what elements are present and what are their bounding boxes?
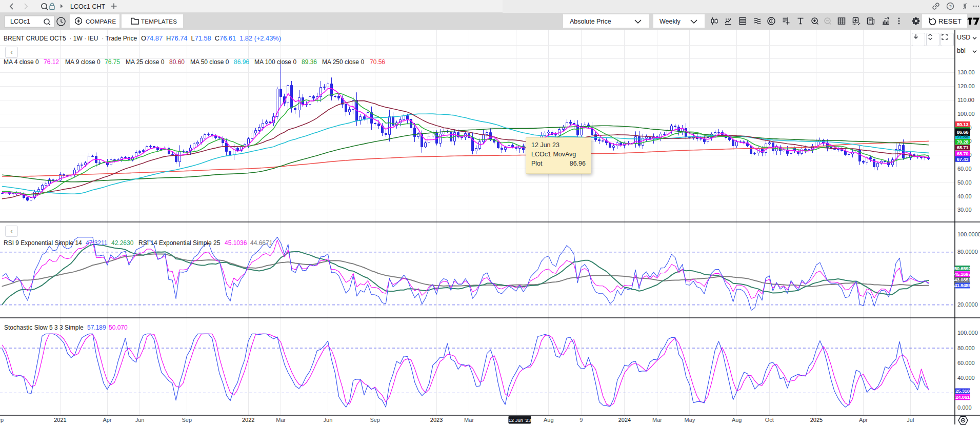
svg-text:Mar: Mar: [276, 417, 286, 423]
svg-text:60.00: 60.00: [957, 166, 972, 172]
svg-text:68.71: 68.71: [957, 145, 969, 150]
svg-text:45.1697: 45.1697: [954, 271, 971, 277]
svg-text:Apr: Apr: [859, 417, 868, 423]
svg-text:67.43: 67.43: [957, 156, 968, 162]
svg-text:Aug: Aug: [732, 417, 742, 423]
svg-text:68.70: 68.70: [957, 151, 968, 156]
svg-text:50.00: 50.00: [957, 179, 972, 186]
svg-text:2021: 2021: [54, 417, 66, 423]
svg-text:Jun: Jun: [324, 417, 333, 423]
svg-text:41.9485: 41.9485: [954, 282, 971, 288]
svg-text:20.0000: 20.0000: [957, 301, 978, 308]
svg-text:Apr: Apr: [103, 417, 112, 423]
svg-text:80.13: 80.13: [957, 121, 968, 127]
svg-text:2024: 2024: [618, 417, 631, 423]
svg-text:Sep: Sep: [370, 417, 380, 423]
svg-text:Aug: Aug: [544, 417, 554, 423]
svg-text:80.0000: 80.0000: [957, 249, 978, 255]
svg-text:130.00: 130.00: [957, 69, 975, 75]
svg-text:100.000: 100.000: [957, 330, 978, 336]
svg-text:100.00: 100.00: [957, 111, 975, 117]
svg-text:110.00: 110.00: [957, 97, 974, 103]
svg-text:Sep: Sep: [182, 417, 192, 423]
svg-text:30.00: 30.00: [957, 207, 972, 213]
svg-text:2025: 2025: [810, 417, 823, 423]
svg-text:60.000: 60.000: [957, 360, 975, 366]
svg-text:100.0000: 100.0000: [957, 231, 980, 237]
svg-text:Mar: Mar: [652, 417, 662, 423]
svg-text:0.000: 0.000: [957, 404, 972, 411]
svg-text:40.000: 40.000: [957, 375, 975, 381]
svg-text:70.28: 70.28: [957, 139, 968, 145]
svg-text:50.6592: 50.6592: [954, 266, 971, 271]
svg-text:43.0851: 43.0851: [954, 277, 971, 282]
svg-text:120.00: 120.00: [957, 83, 975, 89]
svg-text:Jun: Jun: [135, 417, 145, 423]
svg-text:Sep: Sep: [0, 417, 4, 423]
svg-text:25.318: 25.318: [955, 388, 969, 394]
svg-text:May: May: [685, 417, 695, 423]
svg-text:80.000: 80.000: [957, 345, 975, 351]
svg-text:2023: 2023: [430, 417, 443, 423]
svg-text:Mar: Mar: [464, 417, 474, 423]
svg-text:Jul: Jul: [907, 417, 914, 423]
svg-text:12 Jun ’23: 12 Jun ’23: [508, 417, 531, 423]
svg-text:9: 9: [579, 417, 583, 423]
svg-text:24.061: 24.061: [955, 394, 970, 400]
svg-text:40.00: 40.00: [957, 193, 972, 199]
svg-text:2022: 2022: [242, 417, 254, 423]
svg-text:Oct: Oct: [765, 417, 774, 423]
